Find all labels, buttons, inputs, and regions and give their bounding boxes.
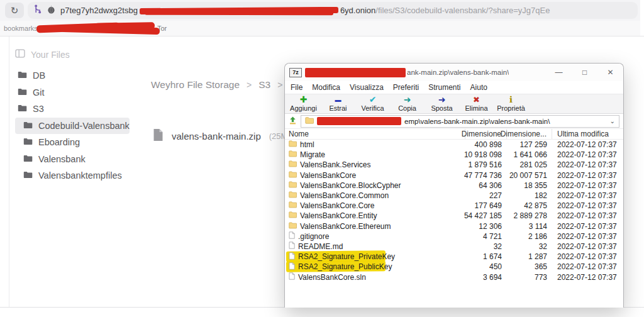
cell-packed-size: 281 025 bbox=[507, 160, 552, 170]
file-name[interactable]: valens-bank-main.zip bbox=[172, 131, 261, 142]
file-name: ValensBankCore.sln bbox=[298, 273, 366, 282]
folder-icon bbox=[23, 154, 33, 164]
cell-packed-size: 20 007 571 bbox=[507, 170, 552, 181]
cell-name: html bbox=[285, 140, 465, 150]
reload-button[interactable]: ↻ bbox=[5, 3, 24, 18]
panel-toggle-icon[interactable] bbox=[15, 49, 25, 60]
toolbar-button-estrai[interactable]: ▬Estrai bbox=[321, 95, 355, 113]
file-name: RSA2_Signature_PrivateKey bbox=[298, 252, 395, 261]
menu-item-strumenti[interactable]: Strumenti bbox=[428, 83, 460, 92]
path-redaction-marker bbox=[317, 117, 401, 125]
toolbar-button-verifica[interactable]: ✔Verifica bbox=[355, 95, 390, 113]
sidebar-item-valensbanktempfiles[interactable]: Valensbanktempfiles bbox=[15, 167, 130, 184]
url-redaction-marker bbox=[140, 6, 338, 14]
toolbar-button-sposta[interactable]: ➜Sposta bbox=[425, 95, 459, 113]
file-name: .gitignore bbox=[298, 232, 329, 241]
table-row[interactable]: ValensBankCore.sln3 6947732022-07-12 07:… bbox=[285, 272, 623, 282]
sidebar-item-db[interactable]: DB bbox=[15, 67, 130, 84]
sidebar-items: DBGitS3Codebuild-ValensbankEboardingVale… bbox=[15, 67, 130, 184]
tor-circuit-icon[interactable] bbox=[34, 4, 42, 16]
sidebar-item-git[interactable]: Git bbox=[15, 84, 130, 101]
sidebar-item-codebuild-valensbank[interactable]: Codebuild-Valensbank bbox=[15, 118, 130, 135]
sevenzip-titlebar[interactable]: 7z ank-main.zip\valens-bank-main\ —□✕ bbox=[285, 64, 623, 81]
address-bar[interactable]: p7teg7yh2dwxg2tsbg6yd.onion/files/S3/cod… bbox=[28, 2, 638, 19]
toolbar-button-propriet[interactable]: ℹProprietà bbox=[494, 95, 528, 113]
cell-modified: 2022-07-12 07:37 bbox=[552, 262, 623, 272]
cell-size: 1 879 516 bbox=[465, 160, 507, 170]
storage-file-row[interactable]: valens-bank-main.zip (25MB) bbox=[153, 128, 296, 144]
table-row[interactable]: ValensBankCore.BlockCypher64 30618 35520… bbox=[285, 181, 623, 191]
menu-item-file[interactable]: File bbox=[291, 83, 303, 92]
cell-modified: 2022-07-12 07:37 bbox=[552, 211, 623, 221]
toolbar: ✚Aggiungi▬Estrai✔Verifica➜Copia➜Sposta✖E… bbox=[285, 94, 623, 114]
maximize-button[interactable]: □ bbox=[572, 64, 597, 81]
up-one-level-icon[interactable] bbox=[289, 116, 297, 126]
table-row[interactable]: RSA2_Signature_PublicKey4503652022-07-12… bbox=[285, 262, 623, 272]
onion-site-icon[interactable] bbox=[47, 5, 55, 16]
column-header-nome[interactable]: Nome bbox=[285, 129, 465, 139]
chevron-down-icon[interactable]: ⌄ bbox=[610, 118, 615, 125]
cell-packed-size: 365 bbox=[507, 262, 552, 272]
table-row[interactable]: ValensBankCore47 774 73620 007 5712022-0… bbox=[285, 170, 623, 181]
table-row[interactable]: .gitignore4 7212 1862022-07-12 07:37 bbox=[285, 231, 623, 242]
archive-path-combobox[interactable]: emp\valens-bank-main.zip\valens-bank-mai… bbox=[301, 115, 619, 128]
folder-icon bbox=[23, 137, 33, 147]
copy-arrow-icon: ➜ bbox=[404, 95, 411, 104]
url-text: p7teg7yh2dwxg2tsbg6yd.onion/files/S3/cod… bbox=[60, 6, 550, 15]
close-button[interactable]: ✕ bbox=[597, 64, 623, 81]
info-icon: ℹ bbox=[509, 95, 513, 104]
table-row[interactable]: ValensBankCore.Ethereum12 3063 1142022-0… bbox=[285, 221, 623, 231]
minimize-button[interactable]: — bbox=[546, 64, 572, 81]
sidebar-item-s3[interactable]: S3 bbox=[15, 101, 130, 118]
sidebar-item-eboarding[interactable]: Eboarding bbox=[15, 134, 130, 151]
table-row[interactable]: README.md32322022-07-12 07:37 bbox=[285, 242, 623, 252]
breadcrumb-separator: > bbox=[277, 80, 282, 90]
cell-modified: 2022-07-12 07:37 bbox=[552, 170, 623, 181]
cell-modified: 2022-07-12 07:37 bbox=[552, 160, 623, 170]
file-name: ValensBankCore.Core bbox=[300, 201, 375, 210]
table-row[interactable]: html400 898127 2592022-07-12 07:37 bbox=[285, 140, 623, 150]
cell-packed-size: 1 641 066 bbox=[507, 150, 552, 160]
folder-icon bbox=[289, 140, 297, 149]
reload-icon: ↻ bbox=[11, 5, 19, 16]
table-row[interactable]: ValensBank.Services1 879 516281 0252022-… bbox=[285, 160, 623, 170]
menu-item-visualizza[interactable]: Visualizza bbox=[350, 83, 384, 92]
menu-item-preferiti[interactable]: Preferiti bbox=[393, 83, 419, 92]
cell-size: 32 bbox=[465, 242, 507, 252]
table-row[interactable]: ValensBankCore.Entity54 427 1852 889 278… bbox=[285, 211, 623, 221]
table-row[interactable]: ValensBankCore.Core177 64942 8752022-07-… bbox=[285, 201, 623, 211]
file-icon bbox=[289, 272, 295, 282]
cell-name: .gitignore bbox=[285, 231, 465, 242]
menu-item-modifica[interactable]: Modifica bbox=[312, 83, 340, 92]
cell-name: ValensBankCore.BlockCypher bbox=[285, 181, 465, 191]
sidebar-item-valensbank[interactable]: Valensbank bbox=[15, 151, 130, 168]
cell-name: ValensBank.Services bbox=[285, 160, 465, 170]
table-row[interactable]: Migrate10 918 0981 641 0662022-07-12 07:… bbox=[285, 150, 623, 160]
toolbar-button-copia[interactable]: ➜Copia bbox=[390, 95, 425, 113]
file-icon bbox=[289, 231, 295, 241]
folder-icon bbox=[289, 150, 297, 159]
close-icon: ✕ bbox=[607, 68, 613, 77]
toolbar-button-label: Proprietà bbox=[497, 104, 525, 112]
cell-size: 54 427 185 bbox=[465, 211, 507, 221]
sidebar-item-label: Valensbanktempfiles bbox=[38, 170, 122, 181]
table-row[interactable]: ValensBankCore.Common2271822022-07-12 07… bbox=[285, 191, 623, 201]
toolbar-button-elimina[interactable]: ✖Elimina bbox=[459, 95, 494, 113]
cell-packed-size: 32 bbox=[507, 242, 552, 252]
window-title: ank-main.zip\valens-bank-main\ bbox=[407, 69, 509, 76]
menu-item-aiuto[interactable]: Aiuto bbox=[470, 83, 487, 92]
cell-size: 12 306 bbox=[465, 221, 507, 231]
breadcrumb-item-weyhro-file-storage[interactable]: Weyhro File Storage bbox=[151, 79, 240, 91]
breadcrumb-item-s3[interactable]: S3 bbox=[258, 79, 270, 91]
toolbar-button-aggiungi[interactable]: ✚Aggiungi bbox=[286, 95, 321, 113]
column-header-ultima-modifica[interactable]: Ultima modifica bbox=[552, 129, 623, 139]
file-icon bbox=[289, 242, 295, 251]
cell-packed-size: 2 889 278 bbox=[507, 211, 552, 221]
address-row: emp\valens-bank-main.zip\valens-bank-mai… bbox=[285, 114, 623, 129]
cell-size: 3 694 bbox=[465, 272, 507, 282]
file-name: README.md bbox=[298, 242, 343, 251]
column-header-dimensione[interactable]: Dimensione... bbox=[507, 129, 552, 139]
folder-icon bbox=[23, 170, 33, 181]
table-row[interactable]: RSA2_Signature_PrivateKey1 6741 2872022-… bbox=[285, 252, 623, 262]
cell-size: 1 674 bbox=[465, 252, 507, 262]
